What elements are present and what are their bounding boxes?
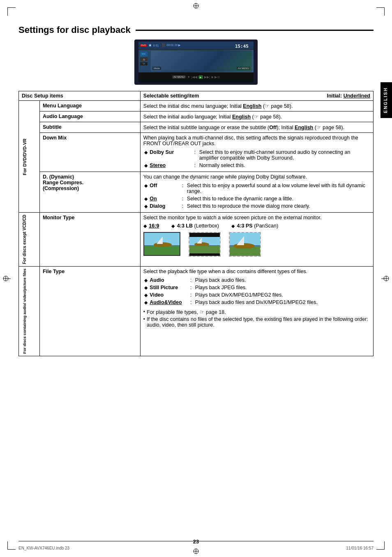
corner-mark-tl bbox=[7, 7, 16, 16]
setup-table: Disc Setup items Selectable setting/item… bbox=[18, 91, 374, 356]
svg-marker-15 bbox=[197, 238, 202, 244]
device-image: DVD ▣ II 01 ⬛ 00:01:20 ▶ 15:45 NAV ⊞ T bbox=[134, 39, 258, 85]
category-discs-except: For discs except VCD/CD bbox=[19, 213, 40, 267]
side-line-left bbox=[7, 278, 11, 279]
header-selectable: Selectable setting/item Initial: Underli… bbox=[140, 91, 373, 101]
desc-audio-language: Select the initial audio language; Initi… bbox=[140, 111, 373, 122]
screen-top-bar: DVD ▣ II 01 ⬛ 00:01:20 ▶ 15:45 bbox=[138, 42, 254, 49]
screen-main: NAV ⊞ TP Mode AV MENU bbox=[138, 50, 254, 72]
table-row: ◆ Stereo : Normally select this. bbox=[144, 162, 369, 169]
time-display: 15:45 bbox=[235, 44, 249, 49]
main-content: Settings for disc playback DVD ▣ II 01 ⬛… bbox=[18, 25, 374, 532]
monitor-img-43lb bbox=[189, 232, 221, 257]
item-dynamic-range: D. (Dynamic)Range Compres.(Compression) bbox=[39, 172, 140, 213]
table-row: Audio Language Select the initial audio … bbox=[19, 111, 374, 122]
item-subtitle: Subtitle bbox=[39, 122, 140, 133]
monitor-img-43ps bbox=[229, 232, 261, 257]
side-line-right bbox=[381, 278, 385, 279]
table-row: ◆ Video : Plays back DivX/MPEG1/MPEG2 fi… bbox=[144, 292, 369, 298]
monitor-option-43ps: ◆ 4:3 PS (PanScan) bbox=[231, 223, 278, 229]
monitor-frame-169 bbox=[143, 232, 180, 256]
footer-right: 11/01/16 16:57 bbox=[346, 546, 374, 550]
monitor-frame-43lb bbox=[189, 232, 221, 257]
category-dvd: For DVD/DVD-VR bbox=[19, 101, 40, 213]
table-row: D. (Dynamic)Range Compres.(Compression) … bbox=[19, 172, 374, 213]
table-row: ◆ Dolby Sur : Select this to enjoy multi… bbox=[144, 149, 369, 161]
corner-mark-tr bbox=[376, 7, 385, 16]
footer-info: EN_KW-AVX746EU.indb 23 11/01/16 16:57 bbox=[18, 546, 374, 550]
svg-marker-17 bbox=[237, 236, 244, 245]
ctrl-play: ▶ bbox=[198, 75, 203, 79]
table-row: ◆ Still Picture : Plays back JPEG files. bbox=[144, 284, 369, 291]
monitor-option-43lb: ◆ 4:3 LB (Letterbox) bbox=[171, 223, 219, 229]
footer-left: EN_KW-AVX746EU.indb 23 bbox=[18, 546, 69, 550]
bottom-bar: 23 bbox=[0, 538, 392, 545]
device-screen: DVD ▣ II 01 ⬛ 00:01:20 ▶ 15:45 NAV ⊞ T bbox=[138, 42, 254, 83]
category-audio-video-files: For discs containing audio/ video/pictur… bbox=[19, 267, 40, 356]
desc-file-type: Select the playback file type when a dis… bbox=[140, 267, 373, 356]
table-row: ◆ On : Select this to reduce the dynamic… bbox=[144, 195, 369, 202]
selectable-label: Selectable setting/item bbox=[143, 93, 199, 99]
item-audio-language: Audio Language bbox=[39, 111, 140, 122]
item-file-type: File Type bbox=[39, 267, 140, 356]
title-text: Settings for disc playback bbox=[18, 25, 131, 35]
monitor-images bbox=[143, 232, 370, 257]
desc-menu-language: Select the initial disc menu language; I… bbox=[140, 101, 373, 111]
page-number: 23 bbox=[193, 538, 199, 545]
table-row: Subtitle Select the initial subtitle lan… bbox=[19, 122, 374, 133]
language-tab: ENGLISH bbox=[380, 82, 392, 118]
monitor-option-169: ◆ 16:9 bbox=[143, 223, 159, 229]
desc-dynamic-range: You can change the dynamic range while p… bbox=[140, 172, 373, 213]
screen-controls: AV MENU ▼ |◀◀ ▶ ▶▶| ■ ▶/II bbox=[138, 72, 254, 81]
table-row: ◆ Audio : Plays back audio files. bbox=[144, 277, 369, 283]
table-row: ◆ Off : Select this to enjoy a powerful … bbox=[144, 182, 369, 195]
table-row: For DVD/DVD-VR Menu Language Select the … bbox=[19, 101, 374, 111]
table-row: Down Mix When playing back a multi-chann… bbox=[19, 133, 374, 172]
table-row: For discs except VCD/CD Monitor Type Sel… bbox=[19, 213, 374, 267]
page-title: Settings for disc playback bbox=[18, 25, 374, 35]
table-row: ◆ Dialog : Select this to reproduce the … bbox=[144, 203, 369, 209]
table-row: ◆ Audio&Video : Plays back audio files a… bbox=[144, 299, 369, 306]
title-line bbox=[136, 30, 374, 31]
ctrl-av-menu: AV MENU bbox=[172, 75, 186, 79]
item-down-mix: Down Mix bbox=[39, 133, 140, 172]
initial-label: Initial: Underlined bbox=[327, 93, 370, 99]
monitor-img-169 bbox=[143, 232, 180, 256]
item-monitor-type: Monitor Type bbox=[39, 213, 140, 267]
reg-mark-top bbox=[193, 2, 199, 9]
desc-monitor-type: Select the monitor type to watch a wide … bbox=[140, 213, 373, 267]
table-header-row: Disc Setup items Selectable setting/item… bbox=[19, 91, 374, 101]
desc-subtitle: Select the initial subtitle language or … bbox=[140, 122, 373, 133]
header-setup-items: Disc Setup items bbox=[19, 91, 141, 101]
desc-down-mix: When playing back a multi-channel disc, … bbox=[140, 133, 373, 172]
table-row: For discs containing audio/ video/pictur… bbox=[19, 267, 374, 356]
item-menu-language: Menu Language bbox=[39, 101, 140, 111]
monitor-frame-43ps bbox=[229, 232, 261, 257]
